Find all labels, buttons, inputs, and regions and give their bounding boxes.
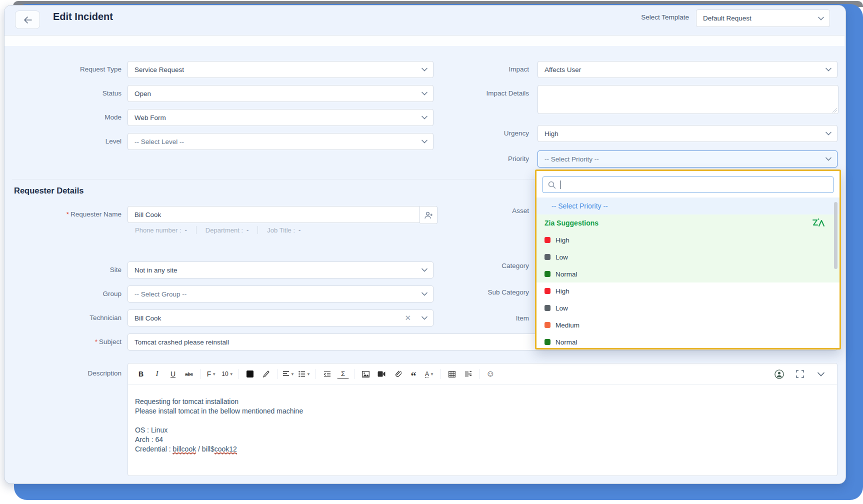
dropdown-option[interactable]: High [536,282,840,300]
page-title: Edit Incident [53,11,113,22]
dropdown-option[interactable]: Low [536,300,840,316]
credential-username: billcook [172,445,196,454]
back-button[interactable] [15,10,40,29]
zia-logo-icon [812,218,824,228]
image-icon[interactable] [360,368,372,380]
description-credential-line: Credential : billcook / bill$cook12 [135,444,827,454]
zia-suggestions-header: Zia Suggestions [536,214,840,232]
job-title-label: Job Title : [267,226,295,234]
priority-color-swatch [544,288,550,294]
dropdown-search-input[interactable] [542,176,834,193]
request-type-select[interactable]: Service Request [128,61,434,78]
impact-label: Impact [429,66,529,73]
assistant-icon[interactable] [773,368,785,380]
urgency-label: Urgency [429,130,529,137]
chevron-down-icon [422,116,428,120]
toolbar-separator [238,369,239,379]
template-select[interactable]: Default Request [696,10,830,27]
job-title-value: - [298,226,300,234]
priority-color-swatch [544,254,550,260]
strikethrough-icon[interactable]: abc [183,368,195,380]
site-select[interactable]: Not in any site [128,262,434,278]
category-label: Category [429,262,529,270]
font-size-icon[interactable]: 10▼ [222,368,234,380]
phone-value: - [185,226,187,234]
dropdown-scrollbar[interactable] [834,202,838,269]
align-icon[interactable]: ▼ [282,368,294,380]
quote-icon[interactable]: “ [408,366,420,382]
horizontal-rule-icon[interactable] [462,368,474,380]
video-icon[interactable] [376,368,388,380]
subject-label: *Subject [22,338,122,346]
status-select[interactable]: Open [128,85,434,102]
italic-icon[interactable]: I [151,368,163,380]
priority-color-swatch [544,322,550,328]
person-add-icon [424,212,433,219]
technician-label: Technician [22,314,122,322]
dropdown-option-none[interactable]: -- Select Priority -- [536,198,840,214]
dropdown-option[interactable]: Normal [536,266,840,282]
table-icon[interactable] [446,368,458,380]
expand-icon[interactable] [794,368,806,380]
resize-grip[interactable] [832,108,837,112]
dropdown-option[interactable]: Medium [536,316,840,334]
toolbar-separator [316,369,316,379]
back-arrow-icon [24,16,32,24]
urgency-select[interactable]: High [538,125,838,142]
signature-icon[interactable]: A▼ [424,368,436,380]
chevron-down-icon [422,268,428,272]
site-label: Site [22,266,122,274]
text-color-icon[interactable] [244,368,256,380]
requester-meta-row: Phone number : - Department : - Job Titl… [135,226,300,234]
emoji-icon[interactable]: ☺ [484,368,496,380]
outdent-icon[interactable] [321,368,333,380]
impact-details-label: Impact Details [429,90,529,97]
link-icon[interactable] [392,368,404,380]
description-content[interactable]: Requesting for tomcat installation Pleas… [128,385,837,454]
request-type-label: Request Type [22,66,122,73]
phone-label: Phone number : [135,226,182,234]
chevron-down-icon [422,140,428,144]
level-label: Level [22,138,122,145]
requester-name-input[interactable]: Bill Cook [128,206,420,223]
select-template-label: Select Template [590,14,689,21]
chevron-down-icon [422,68,428,72]
dropdown-option[interactable]: High [536,232,840,248]
priority-dropdown-panel: -- Select Priority -- Zia Suggestions Hi… [535,170,841,350]
dropdown-option[interactable]: Low [536,248,840,266]
mode-select[interactable]: Web Form [128,109,434,126]
group-select[interactable]: -- Select Group -- [128,286,434,302]
toolbar-separator [277,369,278,379]
collapse-chevron-icon[interactable] [815,368,827,380]
underline-icon[interactable]: U [167,368,179,380]
impact-details-textarea[interactable] [538,85,838,114]
description-line: Requesting for tomcat installation [135,397,827,406]
sigma-icon[interactable]: Σ [337,370,349,379]
dropdown-option[interactable]: Normal [536,334,840,350]
priority-color-swatch [544,271,550,277]
priority-color-swatch [544,339,550,345]
bold-icon[interactable]: B [135,368,147,380]
technician-select[interactable]: Bill Cook ✕ [128,310,434,326]
group-label: Group [22,290,122,298]
description-editor[interactable]: B I U abc F▼ 10▼ ▼ ▼ Σ [128,363,838,476]
list-icon[interactable]: ▼ [298,368,310,380]
level-select[interactable]: -- Select Level -- [128,133,434,150]
clear-icon[interactable]: ✕ [404,314,411,322]
required-asterisk: * [95,338,98,346]
add-requester-button[interactable] [420,206,438,224]
priority-select[interactable]: -- Select Priority -- [538,150,838,168]
toolbar-separator [354,369,354,379]
chevron-down-icon [818,16,824,20]
credential-password: cook12 [214,445,237,454]
highlight-pen-icon[interactable] [260,368,272,380]
item-label: Item [429,314,529,322]
chevron-down-icon [826,68,832,72]
requester-name-label: *Requester Name [22,210,122,218]
font-family-icon[interactable]: F▼ [206,368,218,380]
description-line: Please install tomcat in the bellow ment… [135,406,827,416]
department-label: Department : [206,226,243,234]
impact-select[interactable]: Affects User [538,61,838,78]
chevron-down-icon [422,292,428,296]
chevron-down-icon [422,316,428,320]
